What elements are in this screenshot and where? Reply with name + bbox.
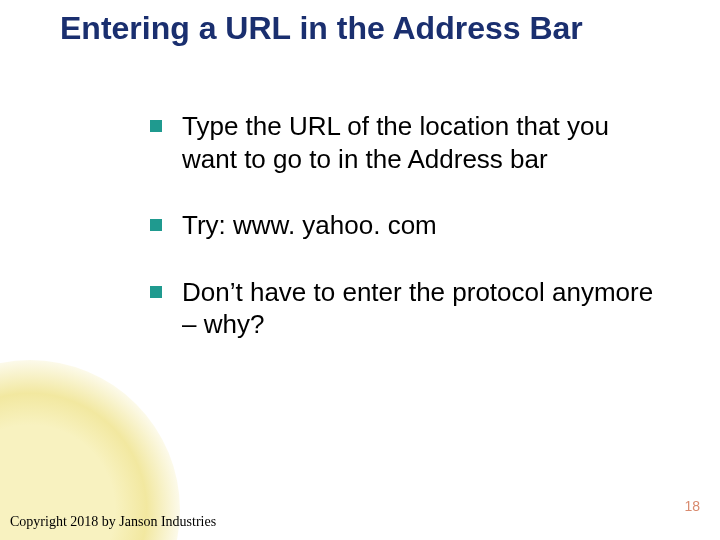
list-item: Type the URL of the location that you wa…: [150, 110, 670, 175]
bullet-text: Type the URL of the location that you wa…: [182, 110, 670, 175]
page-number: 18: [684, 498, 700, 514]
copyright-text: Copyright 2018 by Janson Industries: [10, 514, 216, 530]
bullet-icon: [150, 219, 162, 231]
list-item: Don’t have to enter the protocol anymore…: [150, 276, 670, 341]
list-item: Try: www. yahoo. com: [150, 209, 670, 242]
slide-title: Entering a URL in the Address Bar: [60, 10, 690, 47]
bullet-icon: [150, 120, 162, 132]
bullet-text: Try: www. yahoo. com: [182, 209, 670, 242]
slide: Entering a URL in the Address Bar Type t…: [0, 0, 720, 540]
decorative-corner: [0, 360, 180, 540]
bullet-list: Type the URL of the location that you wa…: [150, 110, 670, 375]
bullet-icon: [150, 286, 162, 298]
bullet-text: Don’t have to enter the protocol anymore…: [182, 276, 670, 341]
